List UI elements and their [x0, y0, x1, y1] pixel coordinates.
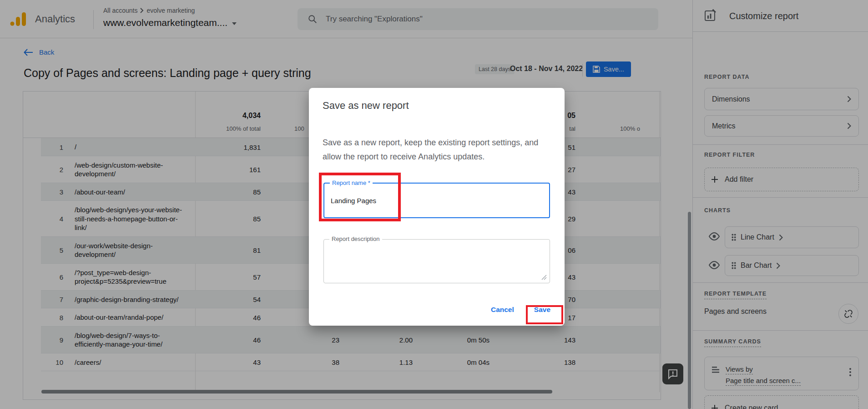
dialog-actions: Cancel Save [491, 306, 550, 314]
cancel-button[interactable]: Cancel [491, 306, 514, 314]
dialog-title: Save as new report [323, 100, 409, 112]
report-description-field: Report description [323, 239, 550, 283]
save-as-new-report-dialog: Save as new report Save as a new report,… [309, 88, 565, 326]
report-name-input[interactable] [331, 184, 540, 217]
resize-handle-icon[interactable] [541, 275, 547, 280]
report-description-input[interactable] [330, 240, 540, 283]
dialog-description: Save as a new report, keep the existing … [323, 136, 539, 164]
dialog-save-button[interactable]: Save [534, 306, 550, 314]
report-name-field: Report name * [323, 183, 550, 218]
